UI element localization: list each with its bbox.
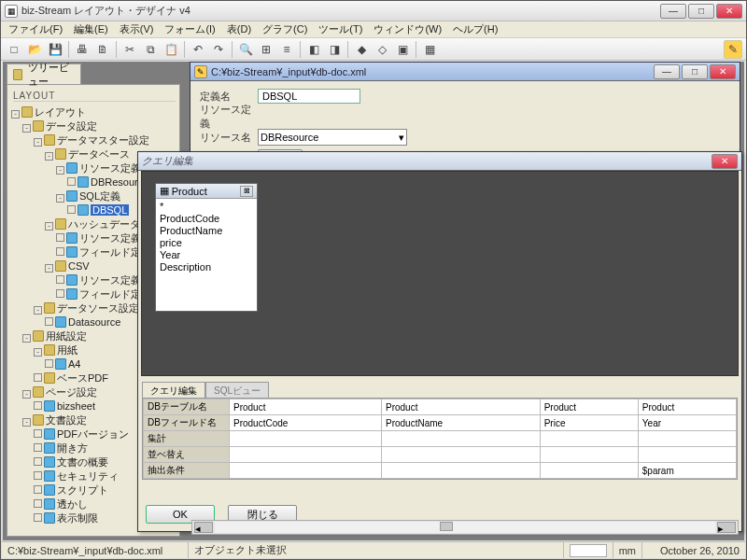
grid-cell[interactable]: Product	[540, 399, 638, 415]
grid-cell[interactable]: ProductName	[381, 415, 540, 431]
menu-item[interactable]: 表(D)	[223, 21, 255, 37]
grid-cell[interactable]	[540, 447, 638, 463]
grid-cell[interactable]	[230, 447, 382, 463]
minimize-button[interactable]: —	[660, 4, 686, 19]
note-icon[interactable]: ✎	[724, 40, 742, 59]
horizontal-scrollbar[interactable]: ◂ ▸	[191, 520, 739, 535]
column-item[interactable]: price	[160, 237, 253, 249]
cut-icon[interactable]: ✂	[120, 40, 139, 59]
status-path: C:¥biz-Stream¥_input¥db-doc.xml	[2, 542, 189, 558]
res-name-select[interactable]: DBResource▾	[258, 129, 407, 146]
scroll-left-button[interactable]: ◂	[194, 522, 213, 533]
column-item[interactable]: ProductName	[160, 225, 253, 237]
grid-cell[interactable]: Year	[638, 415, 736, 431]
tree-icon	[13, 69, 22, 80]
menu-item[interactable]: フォーム(I)	[161, 21, 218, 37]
grid-cell[interactable]	[381, 463, 540, 479]
status-date: October 26, 2010	[642, 542, 745, 558]
workspace: ツリービュー LAYOUT -レイアウト-データ設定-データマスター設定-データ…	[3, 62, 744, 540]
menu-item[interactable]: ツール(T)	[315, 21, 366, 37]
column-item[interactable]: *	[160, 201, 253, 213]
grid-cell[interactable]	[230, 431, 382, 447]
grid-row-header: 抽出条件	[144, 463, 230, 479]
undo-icon[interactable]: ↶	[189, 40, 207, 59]
grid-icon[interactable]: ⊞	[257, 40, 275, 59]
query-canvas[interactable]: ▦ Product ⊠ *ProductCodeProductNameprice…	[141, 171, 739, 376]
document-titlebar[interactable]: ✎ C:¥biz-Stream¥_input¥db-doc.xml — □ ✕	[190, 63, 740, 81]
status-value-input[interactable]	[570, 544, 607, 557]
main-window: ▦ biz-Stream レイアウト・デザイナ v4 — □ ✕ ファイル(F)…	[0, 0, 747, 560]
def-name-input[interactable]	[258, 89, 360, 104]
treeview-tab[interactable]: ツリービュー	[7, 63, 81, 84]
grid-cell[interactable]: ProductCode	[230, 415, 382, 431]
scroll-thumb[interactable]	[440, 522, 453, 531]
tool-d-icon[interactable]: ◇	[373, 40, 391, 59]
menu-item[interactable]: 編集(E)	[70, 21, 112, 37]
grid-cell[interactable]	[638, 447, 736, 463]
doc-minimize-button[interactable]: —	[654, 64, 680, 79]
query-grid[interactable]: DBテーブル名ProductProductProductProductDBフィー…	[142, 398, 738, 480]
grid-cell[interactable]	[638, 431, 736, 447]
chevron-down-icon: ▾	[399, 132, 404, 144]
grid-cell[interactable]: Product	[381, 399, 540, 415]
menu-item[interactable]: グラフ(C)	[259, 21, 311, 37]
status-unit: mm	[613, 542, 642, 558]
grid-cell[interactable]: Price	[540, 415, 638, 431]
tool-b-icon[interactable]: ◨	[325, 40, 344, 59]
doc-maximize-button[interactable]: □	[682, 64, 708, 79]
tree-node[interactable]: -レイアウト	[11, 105, 176, 119]
column-item[interactable]: Year	[160, 249, 253, 261]
res-name-label: リソース名	[200, 131, 258, 145]
close-button[interactable]: ✕	[716, 4, 742, 19]
grid-cell[interactable]	[381, 447, 540, 463]
menu-item[interactable]: ウィンドウ(W)	[370, 21, 445, 37]
tree-node[interactable]: -データマスター設定	[11, 133, 176, 147]
tree-node[interactable]: -データ設定	[11, 119, 176, 133]
tool-c-icon[interactable]: ◆	[352, 40, 371, 59]
redo-icon[interactable]: ↷	[209, 40, 228, 59]
column-item[interactable]: ProductCode	[160, 213, 253, 225]
maximize-button[interactable]: □	[688, 4, 714, 19]
main-titlebar[interactable]: ▦ biz-Stream レイアウト・デザイナ v4 — □ ✕	[1, 1, 746, 21]
grid-cell[interactable]	[381, 431, 540, 447]
grid-row-header: 並べ替え	[144, 447, 230, 463]
table-name: Product	[172, 186, 207, 197]
table-window[interactable]: ▦ Product ⊠ *ProductCodeProductNameprice…	[155, 183, 258, 312]
print-icon[interactable]: 🖶	[73, 40, 92, 59]
document-window: ✎ C:¥biz-Stream¥_input¥db-doc.xml — □ ✕ …	[190, 62, 740, 164]
align-left-icon[interactable]: ≡	[277, 40, 296, 59]
menu-item[interactable]: 表示(V)	[116, 21, 158, 37]
table-close-icon[interactable]: ⊠	[240, 186, 253, 197]
doc-close-button[interactable]: ✕	[710, 64, 736, 79]
copy-icon[interactable]: ⧉	[141, 40, 160, 59]
def-name-label: 定義名	[200, 90, 258, 104]
paste-icon[interactable]: 📋	[162, 40, 180, 59]
tool-a-icon[interactable]: ◧	[304, 40, 323, 59]
table-columns-list[interactable]: *ProductCodeProductNamepriceYearDescript…	[156, 199, 257, 311]
grid-cell[interactable]: Product	[230, 399, 382, 415]
query-editor-dialog: クエリ編集 ✕ ▦ Product ⊠ *ProductCodeProductN…	[137, 151, 742, 532]
tool-e-icon[interactable]: ▣	[393, 40, 412, 59]
grid-cell[interactable]	[540, 463, 638, 479]
grid-cell[interactable]	[230, 463, 382, 479]
tool-f-icon[interactable]: ▦	[420, 40, 439, 59]
query-titlebar[interactable]: クエリ編集 ✕	[138, 152, 741, 171]
menu-item[interactable]: ファイル(F)	[5, 21, 66, 37]
menu-item[interactable]: ヘルプ(H)	[449, 21, 501, 37]
grid-cell[interactable]	[540, 431, 638, 447]
new-icon[interactable]: □	[5, 40, 23, 59]
query-close-button[interactable]: ✕	[712, 154, 738, 169]
save-icon[interactable]: 💾	[46, 40, 64, 59]
grid-cell[interactable]: Product	[638, 399, 736, 415]
open-icon[interactable]: 📂	[25, 40, 44, 59]
column-item[interactable]: Description	[160, 261, 253, 273]
preview-icon[interactable]: 🗎	[93, 40, 112, 59]
table-icon: ▦	[160, 185, 169, 197]
scroll-right-button[interactable]: ▸	[717, 522, 736, 533]
res-def-label: リソース定義	[200, 103, 258, 131]
doc-icon: ✎	[194, 65, 207, 78]
menu-bar: ファイル(F)編集(E)表示(V)フォーム(I)表(D)グラフ(C)ツール(T)…	[1, 21, 746, 38]
grid-row-header: 集計	[144, 431, 230, 447]
zoom-icon[interactable]: 🔍	[236, 40, 255, 59]
grid-cell[interactable]: $param	[638, 463, 736, 479]
